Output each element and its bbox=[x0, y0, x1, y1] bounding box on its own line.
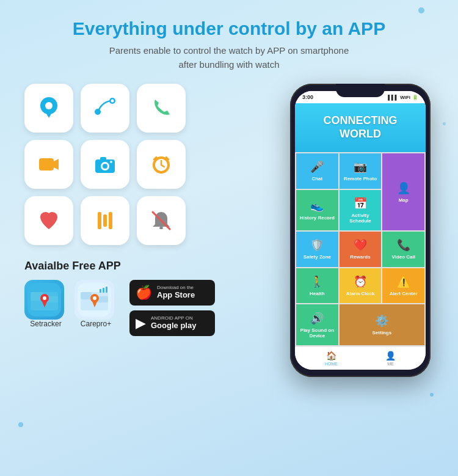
location-icon-tile bbox=[24, 84, 73, 133]
svg-point-10 bbox=[103, 164, 107, 169]
app-store-button[interactable]: 🍎 Download on the App Store bbox=[129, 280, 215, 306]
no-bell-icon-tile bbox=[137, 196, 186, 245]
phone-icon-tile bbox=[137, 84, 186, 133]
phone-alarm-cell[interactable]: ⏰ Alarm Clock bbox=[340, 268, 382, 304]
phone-videocall-cell[interactable]: 📞 Video Call bbox=[382, 232, 424, 267]
icon-grid bbox=[24, 84, 275, 245]
home-nav-icon: 🏠 bbox=[326, 351, 336, 361]
remote-photo-icon: 📷 bbox=[354, 160, 367, 174]
setracker-label: Setracker bbox=[24, 320, 67, 328]
phone-map-cell[interactable]: 👤 Map bbox=[382, 153, 424, 230]
remote-photo-label: Remote Photo bbox=[344, 176, 377, 181]
settings-label: Settings bbox=[373, 330, 392, 335]
svg-rect-22 bbox=[159, 227, 163, 229]
phone-status-icons: ▌▌▌ WiFi 🔋 bbox=[388, 95, 418, 100]
phone-rewards-cell[interactable]: ❤️ Rewards bbox=[340, 232, 382, 267]
phone-history-cell[interactable]: 👟 History Record bbox=[296, 190, 338, 231]
me-nav-label: ME bbox=[387, 362, 394, 366]
safety-label: Safety Zone bbox=[304, 254, 331, 260]
heart-icon-tile bbox=[24, 196, 73, 245]
svg-rect-39 bbox=[103, 288, 104, 293]
decorative-dot-2 bbox=[18, 422, 23, 427]
chat-label: Chat bbox=[311, 176, 322, 181]
camera-icon bbox=[92, 151, 118, 178]
carepro-app: Carepro+ bbox=[75, 280, 117, 328]
safety-icon: 🛡️ bbox=[310, 238, 324, 252]
svg-rect-38 bbox=[100, 289, 101, 293]
carepro-label: Carepro+ bbox=[75, 320, 117, 328]
phone-nav-me[interactable]: 👤 ME bbox=[385, 351, 396, 366]
app-store-name: App Store bbox=[157, 290, 195, 300]
location-pin-icon bbox=[35, 95, 62, 122]
health-icon: 🚶 bbox=[310, 275, 324, 288]
history-icon: 👟 bbox=[310, 199, 324, 213]
phone-health-cell[interactable]: 🚶 Health bbox=[296, 268, 338, 304]
phone-activity-cell[interactable]: 📅 Activity Schedule bbox=[340, 190, 382, 231]
map-route-icon bbox=[92, 95, 118, 122]
history-label: History Record bbox=[300, 215, 335, 221]
chat-icon: 🎤 bbox=[310, 160, 324, 174]
decorative-dot-1 bbox=[418, 7, 424, 13]
rewards-icon: ❤️ bbox=[354, 238, 367, 252]
google-play-name: Google play bbox=[151, 321, 196, 331]
play-icon: ▶ bbox=[136, 315, 146, 331]
phone-app-title: CONNECTINGWORLD bbox=[324, 114, 398, 141]
video-camera-icon bbox=[35, 151, 62, 178]
app-download-title: Avaialbe Free APP bbox=[24, 260, 275, 273]
videocall-label: Video Call bbox=[391, 254, 415, 260]
map-label: Map bbox=[399, 197, 409, 203]
app-logos-row: Setracker bbox=[24, 280, 117, 328]
phone-safety-cell[interactable]: 🛡️ Safety Zone bbox=[296, 232, 338, 267]
svg-rect-33 bbox=[81, 292, 92, 299]
me-nav-icon: 👤 bbox=[385, 351, 396, 361]
carepro-logo bbox=[75, 280, 114, 320]
app-store-top-text: Download on the bbox=[157, 285, 195, 290]
map-cell-icon: 👤 bbox=[397, 181, 410, 195]
phone-app-header: CONNECTINGWORLD bbox=[295, 103, 426, 152]
rewards-label: Rewards bbox=[350, 254, 370, 260]
phone-device: 3:00 ▌▌▌ WiFi 🔋 CONNECTINGWORLD bbox=[290, 84, 431, 377]
svg-point-12 bbox=[110, 161, 112, 163]
alert-icon: ⚠️ bbox=[397, 275, 410, 288]
apple-icon: 🍎 bbox=[136, 285, 152, 301]
left-section: Avaialbe Free APP bbox=[18, 84, 275, 377]
phone-app-grid: 🎤 Chat 📷 Remote Photo 👤 Map 👟 bbox=[295, 152, 426, 346]
svg-rect-6 bbox=[39, 158, 54, 170]
right-section: 3:00 ▌▌▌ WiFi 🔋 CONNECTINGWORLD bbox=[281, 84, 440, 377]
setracker-app: Setracker bbox=[24, 280, 67, 328]
phone-remote-photo-cell[interactable]: 📷 Remote Photo bbox=[340, 153, 382, 189]
wifi-icon: WiFi bbox=[400, 95, 410, 100]
decorative-dot-3 bbox=[430, 393, 434, 397]
setracker-logo bbox=[24, 280, 64, 320]
store-buttons: 🍎 Download on the App Store ▶ ANDROID AP… bbox=[129, 280, 215, 336]
phone-settings-cell[interactable]: ⚙️ Settings bbox=[340, 304, 424, 345]
phone-time: 3:00 bbox=[302, 94, 313, 100]
carepro-map-icon bbox=[78, 283, 111, 317]
svg-rect-40 bbox=[106, 287, 107, 293]
app-store-text: Download on the App Store bbox=[157, 285, 195, 300]
content-area: Avaialbe Free APP bbox=[18, 84, 440, 377]
svg-rect-19 bbox=[98, 212, 101, 229]
app-download-section: Avaialbe Free APP bbox=[24, 260, 275, 336]
alarm-label: Alarm Clock bbox=[346, 291, 375, 296]
video-camera-icon-tile bbox=[24, 140, 73, 189]
filter-bars-icon-tile bbox=[81, 196, 129, 245]
main-title: Everything under control by an APP bbox=[18, 18, 440, 39]
phone-nav-home[interactable]: 🏠 HOME bbox=[325, 351, 338, 366]
google-play-text: ANDROID APP ON Google play bbox=[151, 316, 196, 331]
phone-notch bbox=[336, 84, 385, 97]
google-play-top-text: ANDROID APP ON bbox=[151, 316, 196, 321]
phone-alert-cell[interactable]: ⚠️ Alert Center bbox=[382, 268, 424, 304]
svg-point-36 bbox=[93, 296, 96, 300]
google-play-button[interactable]: ▶ ANDROID APP ON Google play bbox=[129, 310, 215, 336]
svg-rect-20 bbox=[103, 214, 107, 227]
health-label: Health bbox=[310, 291, 324, 296]
phone-chat-cell[interactable]: 🎤 Chat bbox=[296, 153, 338, 189]
alarm-clock-icon-tile bbox=[137, 140, 186, 189]
phone-call-icon bbox=[148, 95, 175, 122]
camera-icon-tile bbox=[81, 140, 129, 189]
no-bell-icon bbox=[148, 207, 175, 234]
svg-rect-21 bbox=[109, 212, 112, 229]
phone-playsound-cell[interactable]: 🔊 Play Sound on Device bbox=[296, 304, 338, 345]
decorative-dot-4 bbox=[443, 122, 446, 125]
